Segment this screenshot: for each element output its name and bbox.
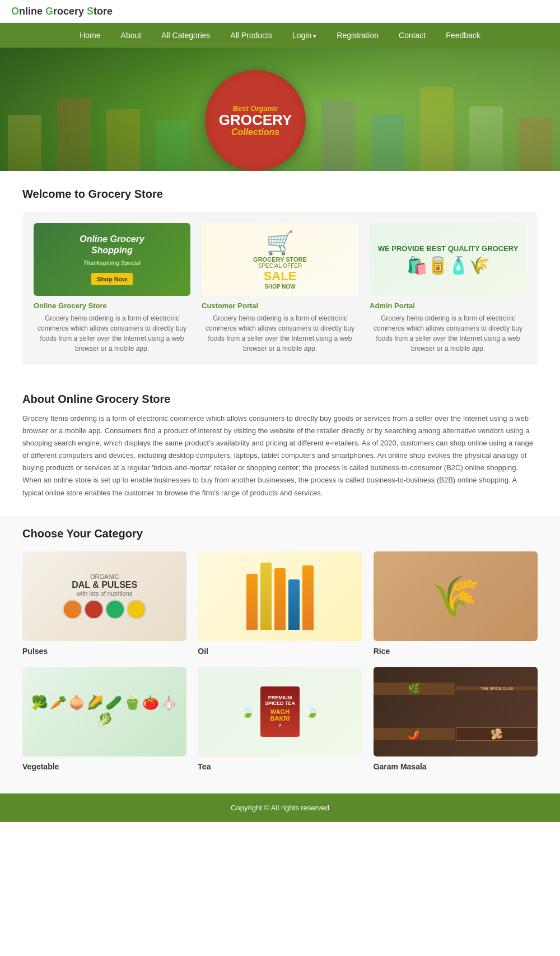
nav-item-registration[interactable]: Registration bbox=[326, 23, 389, 48]
nav-link-all-categories[interactable]: All Categories bbox=[151, 23, 220, 48]
nav-item-all-categories[interactable]: All Categories bbox=[151, 23, 220, 48]
masala-cell-3: 🌶️ bbox=[374, 728, 455, 740]
hero-product-2 bbox=[57, 98, 91, 171]
nav-item-login[interactable]: Login bbox=[282, 23, 326, 48]
category-name-tea: Tea bbox=[198, 762, 362, 771]
masala-cell-4: 🫚 bbox=[456, 727, 538, 741]
hero-product-4 bbox=[156, 120, 189, 171]
tea-premium: PREMIUM bbox=[260, 695, 300, 700]
category-img-rice: 🌾 bbox=[374, 551, 538, 641]
tea-number: 7 bbox=[260, 723, 300, 728]
category-name-vegetable: Vegetable bbox=[22, 762, 186, 771]
nav-link-login[interactable]: Login bbox=[282, 23, 326, 48]
oil-bottle-1 bbox=[246, 574, 258, 630]
quality-text: WE PROVIDE BEST QUALITY GROCERY bbox=[378, 244, 519, 253]
veg-6: 🫑 bbox=[124, 695, 141, 711]
welcome-section: Welcome to Grocery Store Online GroceryS… bbox=[0, 171, 560, 382]
veg-3: 🧅 bbox=[68, 695, 85, 711]
category-item-pulses[interactable]: ORGANIC DAL & PULSES with lots of nutrit… bbox=[22, 551, 186, 656]
card-img-shopping: Online GroceryShopping Thanksgiving Spec… bbox=[34, 223, 190, 296]
main-nav: Home About All Categories All Products L… bbox=[0, 23, 560, 48]
hero-circle: Best Organic GROCERY Collections bbox=[205, 70, 306, 171]
bowl-red bbox=[84, 600, 104, 619]
hero-collections-text: Collections bbox=[231, 127, 279, 137]
nav-item-contact[interactable]: Contact bbox=[389, 23, 436, 48]
nav-link-registration[interactable]: Registration bbox=[326, 23, 389, 48]
pulses-bowls bbox=[63, 600, 146, 619]
category-img-masala: 🌿 THE SPICE CLUB 🌶️ 🫚 bbox=[374, 667, 538, 757]
grocery-icons: 🛍️🥫🧴🌾 bbox=[378, 256, 519, 275]
nav-link-feedback[interactable]: Feedback bbox=[436, 23, 490, 48]
masala-cell-2: THE SPICE CLUB bbox=[456, 686, 538, 690]
category-img-oil bbox=[198, 551, 362, 641]
logo-letter-s: S bbox=[87, 6, 94, 17]
category-img-pulses: ORGANIC DAL & PULSES with lots of nutrit… bbox=[22, 551, 186, 641]
category-item-masala[interactable]: 🌿 THE SPICE CLUB 🌶️ 🫚 Garam Masala bbox=[374, 667, 538, 771]
oil-bottle-3 bbox=[274, 568, 286, 630]
sale-special-label: SPECIAL OFFER bbox=[253, 263, 307, 269]
nav-item-home[interactable]: Home bbox=[69, 23, 110, 48]
sale-shop-now[interactable]: SHOP NOW bbox=[253, 284, 307, 290]
tea-box: PREMIUM SPICED TEA WAGH BAKRI 7 bbox=[260, 686, 300, 737]
sale-big-label: SALE bbox=[253, 269, 307, 284]
logo-text-3: tore bbox=[94, 6, 113, 17]
logo-letter-g: G bbox=[45, 6, 53, 17]
oil-bottles bbox=[246, 563, 314, 630]
category-name-oil: Oil bbox=[198, 647, 362, 656]
feature-cards: Online GroceryShopping Thanksgiving Spec… bbox=[22, 212, 538, 365]
veg-9: 🥬 bbox=[96, 712, 113, 728]
card-1-title: Online Grocery Store bbox=[34, 301, 190, 310]
feature-card-3: WE PROVIDE BEST QUALITY GROCERY 🛍️🥫🧴🌾 Ad… bbox=[370, 223, 526, 354]
hero-product-1 bbox=[8, 115, 41, 171]
leaf-icon-1: 🍃 bbox=[241, 705, 255, 718]
card-quality-inner: WE PROVIDE BEST QUALITY GROCERY 🛍️🥫🧴🌾 bbox=[378, 244, 519, 275]
category-item-tea[interactable]: 🍃 PREMIUM SPICED TEA WAGH BAKRI 7 🍃 Tea bbox=[198, 667, 362, 771]
veg-1: 🥦 bbox=[31, 695, 48, 711]
card-3-desc: Grocery Items ordering is a form of elec… bbox=[370, 313, 526, 354]
nav-item-all-products[interactable]: All Products bbox=[220, 23, 282, 48]
category-item-vegetable[interactable]: 🥦 🥕 🧅 🌽 🥒 🫑 🍅 🧄 🥬 Vegetable bbox=[22, 667, 186, 771]
nav-link-all-products[interactable]: All Products bbox=[220, 23, 282, 48]
oil-bottle-4 bbox=[288, 579, 300, 630]
site-logo: Online Grocery Store bbox=[11, 6, 113, 17]
logo-text-1: nline bbox=[19, 6, 45, 17]
logo-text-2: rocery bbox=[53, 6, 87, 17]
hero-grocery-text: GROCERY bbox=[219, 113, 292, 127]
sale-store-label: GROCERY STORE bbox=[253, 256, 307, 263]
category-img-vegetable: 🥦 🥕 🧅 🌽 🥒 🫑 🍅 🧄 🥬 bbox=[22, 667, 186, 757]
nav-link-home[interactable]: Home bbox=[69, 23, 110, 48]
bowl-orange bbox=[63, 600, 82, 619]
card-img-sale: 🛒 GROCERY STORE SPECIAL OFFER SALE SHOP … bbox=[202, 223, 358, 296]
card-1-desc: Grocery Items ordering is a form of elec… bbox=[34, 313, 190, 354]
category-grid: ORGANIC DAL & PULSES with lots of nutrit… bbox=[22, 551, 538, 771]
category-name-pulses: Pulses bbox=[22, 647, 186, 656]
shop-now-button[interactable]: Shop Now bbox=[91, 273, 133, 285]
nav-item-feedback[interactable]: Feedback bbox=[436, 23, 490, 48]
card-3-title: Admin Portal bbox=[370, 301, 526, 310]
hero-product-8 bbox=[469, 106, 503, 171]
hero-banner: Best Organic GROCERY Collections bbox=[0, 48, 560, 171]
oil-bottle-2 bbox=[260, 563, 272, 630]
category-item-oil[interactable]: Oil bbox=[198, 551, 362, 656]
feature-card-1: Online GroceryShopping Thanksgiving Spec… bbox=[34, 223, 190, 354]
pulses-subtitle: with lots of nutritions bbox=[63, 590, 146, 597]
veg-2: 🥕 bbox=[50, 695, 67, 711]
nav-item-about[interactable]: About bbox=[111, 23, 152, 48]
bowl-yellow bbox=[127, 600, 146, 619]
nav-link-about[interactable]: About bbox=[111, 23, 152, 48]
about-text: Grocery Items ordering is a form of elec… bbox=[22, 412, 538, 499]
site-header: Online Grocery Store bbox=[0, 0, 560, 23]
category-name-rice: Rice bbox=[374, 647, 538, 656]
card-img-quality: WE PROVIDE BEST QUALITY GROCERY 🛍️🥫🧴🌾 bbox=[370, 223, 526, 296]
masala-brand: THE SPICE CLUB bbox=[480, 686, 513, 690]
category-section: Choose Your Category ORGANIC DAL & PULSE… bbox=[0, 516, 560, 793]
pulses-title: DAL & PULSES bbox=[63, 580, 146, 590]
category-item-rice[interactable]: 🌾 Rice bbox=[374, 551, 538, 656]
cart-icon: 🛒 bbox=[253, 230, 307, 256]
nav-link-contact[interactable]: Contact bbox=[389, 23, 436, 48]
category-title: Choose Your Category bbox=[22, 527, 538, 540]
category-img-tea: 🍃 PREMIUM SPICED TEA WAGH BAKRI 7 🍃 bbox=[198, 667, 362, 757]
pulses-inner: ORGANIC DAL & PULSES with lots of nutrit… bbox=[63, 573, 146, 619]
rice-sack-icon: 🌾 bbox=[431, 577, 480, 616]
bowl-green bbox=[105, 600, 125, 619]
